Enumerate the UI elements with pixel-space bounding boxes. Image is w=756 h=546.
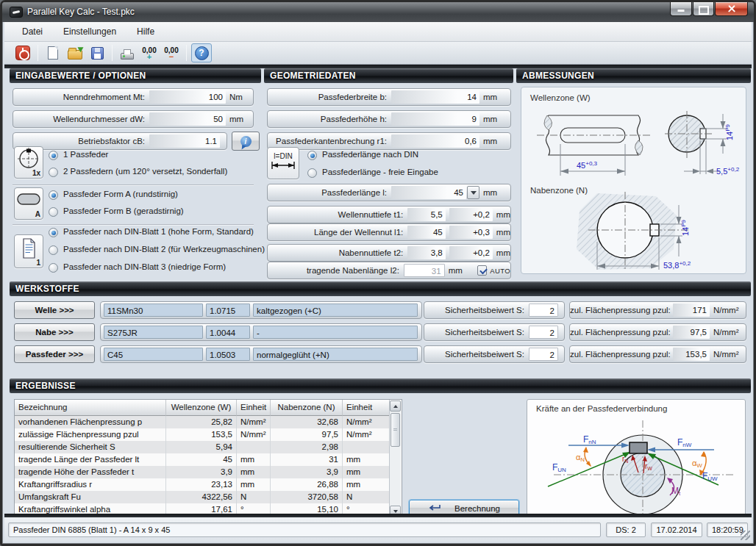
result-w-unit: N — [237, 491, 271, 503]
save-button[interactable] — [87, 43, 107, 62]
toolbar-separator — [112, 45, 113, 61]
table-scrollbar[interactable] — [389, 400, 401, 517]
field-label: Passfederhöhe h: — [268, 115, 391, 123]
pressure-label: zul. Flächenpressung pzul: — [570, 328, 673, 337]
radio-din-blatt-2[interactable] — [49, 245, 58, 255]
svg-text:FUN: FUN — [552, 462, 566, 473]
material-treatment: - — [253, 326, 418, 339]
radio-label[interactable]: Passfeder nach DIN-Blatt 1 (hohe Form, S… — [63, 227, 254, 236]
nabe-material-button[interactable]: Nabe >>> — [14, 323, 95, 341]
close-button[interactable] — [715, 2, 748, 16]
wellennut-laenge-input[interactable]: 45 — [407, 226, 445, 239]
radio-din-blatt-3[interactable] — [49, 263, 58, 273]
radio-label[interactable]: 1 Passfeder — [63, 150, 108, 159]
decimals-increase-button[interactable]: 0,00+ — [139, 43, 160, 62]
minimize-button[interactable] — [670, 2, 692, 16]
help-button[interactable]: ? — [191, 43, 212, 62]
material-name: C45 — [104, 348, 203, 361]
radio-label[interactable]: Passfeder nach DIN-Blatt 2 (für Werkzeug… — [63, 245, 265, 254]
kantenbrechung-input[interactable]: 0,6 — [391, 134, 479, 148]
new-file-button[interactable] — [43, 43, 63, 62]
result-w-unit: mm — [237, 466, 271, 478]
key-count-icon: 1x — [14, 146, 43, 179]
radio-label[interactable]: Passfeder Form B (geradstirnig) — [63, 206, 184, 215]
force-diagram-title: Kräfte an der Passfederverbindung — [536, 404, 667, 413]
material-name: 11SMn30 — [104, 303, 203, 317]
passfederlaenge-input[interactable]: 45 — [391, 186, 466, 199]
open-file-button[interactable] — [65, 43, 85, 62]
menu-datei[interactable]: Datei — [15, 24, 50, 40]
welle-material-button[interactable]: Welle >>> — [14, 301, 95, 319]
nabennuttiefe-input[interactable]: 3,8 — [407, 246, 445, 259]
auto-checkbox[interactable] — [477, 265, 487, 276]
radio-form-b[interactable] — [49, 207, 58, 217]
resize-grip[interactable] — [741, 531, 750, 540]
window-title: Parallel Key Calc - Test.pkc — [27, 7, 135, 17]
separator — [13, 224, 254, 225]
wellendurchmesser-input[interactable]: 50 — [149, 112, 226, 126]
welle-safety-input[interactable]: 2 — [529, 303, 558, 317]
force-diagram-panel: Kräfte an der Passfederverbindung — [527, 399, 746, 517]
info-button[interactable]: i — [232, 132, 260, 151]
svg-text:5,5+0,2: 5,5+0,2 — [716, 166, 740, 176]
result-n-value: 2,98 — [271, 441, 343, 453]
app-icon — [10, 7, 23, 18]
field-nabennuttiefe: Nabennuttiefe t2: 3,8 +0,2 mm — [267, 244, 511, 262]
result-n-value: 97,5 — [271, 428, 343, 441]
svg-text:53,8+0,2: 53,8+0,2 — [663, 260, 691, 270]
result-w-value: 3,9 — [166, 466, 237, 478]
din-sheet-icon: 1 — [14, 234, 43, 268]
radio-form-a[interactable] — [49, 190, 58, 200]
radio-one-key[interactable] — [49, 151, 58, 160]
welle-pressure-row: zul. Flächenpressung pzul: 171 N/mm² — [569, 301, 746, 319]
menu-hilfe[interactable]: Hilfe — [129, 24, 162, 40]
wellennuttiefe-input[interactable]: 5,5 — [407, 208, 445, 221]
result-n-value: 26,88 — [271, 478, 343, 491]
result-w-value: 25,82 — [166, 416, 237, 428]
field-kantenbrechung: Passfederkantenbrechung r1: 0,6 mm — [267, 132, 511, 150]
menu-einstellungen[interactable]: Einstellungen — [56, 24, 124, 40]
decimals-plus-icon: 0,00+ — [142, 47, 156, 60]
radio-two-keys[interactable] — [49, 168, 58, 177]
exit-icon — [15, 46, 30, 60]
radio-label[interactable]: Passfederlänge - freie Eingabe — [322, 168, 438, 176]
result-w-unit: mm — [237, 453, 271, 466]
material-treatment: normalgeglüht (+N) — [253, 348, 418, 361]
scroll-up-button[interactable] — [390, 400, 401, 412]
result-w-unit: N/mm² — [237, 428, 271, 441]
radio-label[interactable]: Passfederlänge nach DIN — [322, 150, 418, 159]
titlebar[interactable]: Parallel Key Calc - Test.pkc — [2, 2, 754, 22]
radio-label[interactable]: Passfeder Form A (rundstirnig) — [63, 190, 178, 198]
passfederhoehe-input[interactable]: 9 — [391, 112, 479, 126]
pressure-unit: N/mm² — [710, 306, 739, 315]
safety-label: Sicherheitsbeiwert S: — [424, 328, 529, 337]
nabe-safety-input[interactable]: 2 — [529, 326, 558, 339]
maximize-button[interactable] — [693, 2, 714, 16]
decimals-decrease-button[interactable]: 0,00− — [161, 43, 182, 62]
radio-length-free[interactable] — [307, 168, 317, 178]
passfeder-safety-input[interactable]: 2 — [529, 348, 558, 361]
passfeder-material-button[interactable]: Passfeder >>> — [14, 345, 95, 363]
length-dropdown-button[interactable] — [467, 186, 479, 199]
result-w-value: 153,5 — [166, 428, 237, 441]
exit-button[interactable] — [13, 43, 33, 62]
radio-length-din[interactable] — [307, 151, 317, 160]
nabenlaenge-input: 31 — [404, 264, 445, 277]
radio-label[interactable]: 2 Passfedern (um 120° versetzt, Sonderfa… — [63, 167, 227, 176]
result-n-unit: N — [343, 491, 390, 503]
radio-label[interactable]: Passfeder nach DIN-Blatt 3 (niedrige For… — [63, 262, 226, 271]
betriebsfaktor-input[interactable]: 1.1 — [149, 134, 220, 148]
nenndrehmoment-input[interactable]: 100 — [149, 90, 226, 104]
wellennut-laenge-tolerance: +0,3 — [449, 226, 493, 239]
col-header: Bezeichnung — [15, 400, 166, 416]
result-w-unit: mm — [237, 478, 271, 491]
svg-text:αN: αN — [576, 453, 585, 463]
radio-din-blatt-1[interactable] — [49, 228, 58, 237]
main-content: EINGABEWERTE / OPTIONEN Nenndrehmoment M… — [4, 65, 752, 517]
field-unit: mm — [479, 115, 497, 123]
passfederbreite-input[interactable]: 14 — [391, 90, 479, 104]
scroll-thumb[interactable] — [391, 413, 400, 447]
print-button[interactable] — [117, 43, 138, 62]
pressure-label: zul. Flächenpressung pzul: — [570, 306, 673, 315]
welle-safety-row: Sicherheitsbeiwert S: 2 — [424, 301, 565, 319]
